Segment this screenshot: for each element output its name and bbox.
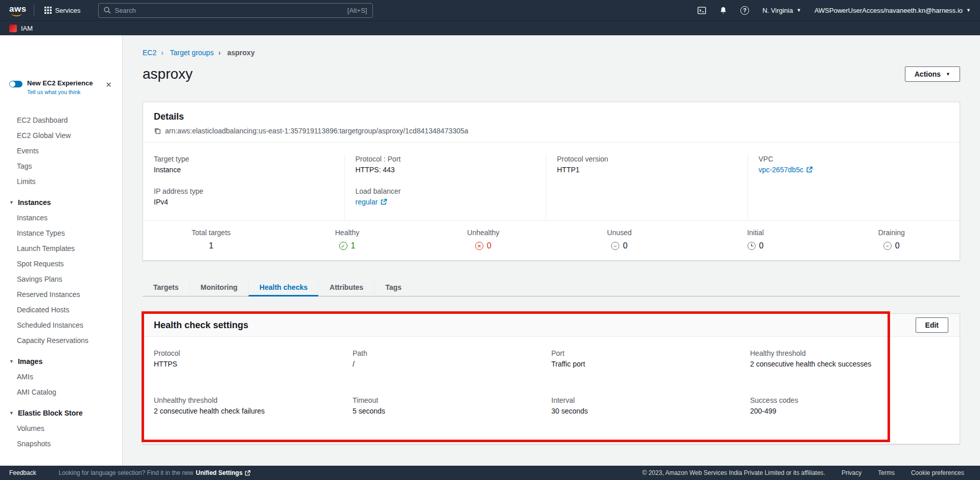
tab-label: Tags xyxy=(385,283,402,291)
global-search[interactable]: [Alt+S] xyxy=(98,3,373,18)
sidebar-item[interactable]: ▼ Limits xyxy=(0,174,122,189)
copy-icon[interactable] xyxy=(154,127,161,134)
section-caret-icon: ▼ xyxy=(9,200,14,205)
new-experience-banner: New EC2 Experience Tell us what you thin… xyxy=(9,79,113,95)
sidebar-item-label: Savings Plans xyxy=(17,275,62,283)
sidebar-item[interactable]: ▼ Spot Requests xyxy=(0,256,122,271)
tab[interactable]: Tags xyxy=(374,279,412,296)
field-hc-timeout: Timeout 5 seconds xyxy=(353,396,551,415)
sidebar-item[interactable]: ▼ EC2 Global View xyxy=(0,128,122,143)
field-load-balancer: Load balancer regular xyxy=(356,187,546,206)
load-balancer-link[interactable]: regular xyxy=(356,198,387,206)
details-title: Details xyxy=(154,111,949,122)
breadcrumb-item[interactable]: EC2 xyxy=(143,49,156,57)
sidebar-item[interactable]: ▼ Elastic Block Store xyxy=(0,405,122,421)
iam-shortcut[interactable]: IAM xyxy=(21,25,33,32)
sidebar-item[interactable]: ▼ Volumes xyxy=(0,421,122,436)
sidebar-item[interactable]: ▼ Snapshots xyxy=(0,436,122,451)
footer-links: Privacy Terms Cookie preferences xyxy=(842,469,964,476)
banner-feedback-link[interactable]: Tell us what you think xyxy=(27,89,93,95)
footer-right-group: © 2023, Amazon Web Services India Privat… xyxy=(642,469,964,476)
tab[interactable]: Health checks xyxy=(248,279,318,296)
sidebar-item-label: EC2 Dashboard xyxy=(17,116,68,124)
sidebar-item[interactable]: ▼ AMIs xyxy=(0,369,122,384)
sidebar-item[interactable]: ▼ AMI Catalog xyxy=(0,384,122,400)
target-status-summary: Total targets 1 Healthy 1 xyxy=(143,220,960,260)
stat-label: Draining xyxy=(824,228,960,237)
sidebar-item[interactable]: ▼ Instance Types xyxy=(0,225,122,241)
sidebar-item[interactable]: ▼ Capacity Reservations xyxy=(0,333,122,348)
footer-link[interactable]: Cookie preferences xyxy=(911,469,964,476)
close-icon[interactable]: ✕ xyxy=(105,80,112,89)
sidebar-item[interactable]: ▼ EC2 Dashboard xyxy=(0,112,122,128)
sidebar-item[interactable]: ▼ Savings Plans xyxy=(0,271,122,287)
status-icon xyxy=(339,242,347,250)
footer-link[interactable]: Terms xyxy=(878,469,895,476)
vpc-link[interactable]: vpc-2657db5c xyxy=(759,166,813,174)
stat-label: Initial xyxy=(687,228,823,237)
sidebar-item[interactable]: ▼ Scheduled Instances xyxy=(0,317,122,333)
footer-link[interactable]: Privacy xyxy=(842,469,861,476)
tab-bar: Targets Monitoring Health checks Attribu… xyxy=(143,279,960,296)
breadcrumb-item[interactable]: asproxy xyxy=(214,49,254,57)
sidebar-item[interactable]: ▼ Instances xyxy=(0,195,122,210)
details-card: Details arn:aws:elasticloadbalancing:us-… xyxy=(143,102,960,261)
tab[interactable]: Targets xyxy=(143,279,190,296)
new-experience-toggle[interactable] xyxy=(9,81,22,87)
details-column: VPC vpc-2657db5c xyxy=(748,155,949,219)
services-menu-button[interactable]: Services xyxy=(41,5,84,16)
sidebar-item-label: Instance Types xyxy=(17,229,65,237)
field-ip-address-type: IP address type IPv4 xyxy=(154,187,344,206)
section-caret-icon: ▼ xyxy=(9,410,14,416)
services-grid-icon xyxy=(44,7,52,14)
search-input[interactable] xyxy=(115,7,343,14)
cloudshell-icon[interactable] xyxy=(697,6,706,15)
edit-button[interactable]: Edit xyxy=(916,317,948,333)
status-stat: Unhealthy 0 xyxy=(415,221,551,260)
help-icon[interactable]: ? xyxy=(740,6,749,15)
details-column: Target type Instance IP address type IPv… xyxy=(154,155,344,219)
sidebar-item[interactable]: ▼ Images xyxy=(0,354,122,369)
sidebar-item[interactable]: ▼ Instances xyxy=(0,210,122,225)
actions-button[interactable]: Actions ▼ xyxy=(905,66,960,82)
breadcrumb-item[interactable]: Target groups xyxy=(156,49,214,57)
breadcrumb: EC2 Target groups asproxy xyxy=(143,49,960,57)
ec2-sidebar: New EC2 Experience Tell us what you thin… xyxy=(0,35,123,466)
tab[interactable]: Attributes xyxy=(318,279,374,296)
field-hc-interval: Interval 30 seconds xyxy=(551,396,750,415)
sidebar-item[interactable]: ▼ Events xyxy=(0,143,122,158)
region-selector[interactable]: N. Virginia ▼ xyxy=(762,7,801,14)
iam-service-icon xyxy=(9,25,17,32)
page-title: asproxy xyxy=(143,66,193,82)
status-stat: Total targets 1 xyxy=(143,221,279,260)
main-content: EC2 Target groups asproxy asproxy Action… xyxy=(123,35,980,466)
feedback-link[interactable]: Feedback xyxy=(9,469,36,476)
sidebar-item-label: Instances xyxy=(17,214,48,222)
sidebar-item[interactable]: ▼ Launch Templates xyxy=(0,241,122,256)
field-hc-healthy-threshold: Healthy threshold 2 consecutive health c… xyxy=(750,349,949,368)
field-hc-port: Port Traffic port xyxy=(551,349,750,368)
unified-settings-link[interactable]: Unified Settings xyxy=(196,469,250,476)
chevron-down-icon: ▼ xyxy=(966,8,971,13)
account-menu[interactable]: AWSPowerUserAccess/navaneeth.kn@harness.… xyxy=(814,7,971,14)
sidebar-item[interactable]: ▼ Dedicated Hosts xyxy=(0,302,122,317)
tab-label: Monitoring xyxy=(201,283,238,291)
tab-label: Health checks xyxy=(260,283,308,291)
tab[interactable]: Monitoring xyxy=(190,279,248,296)
topnav-right-group: ? N. Virginia ▼ AWSPowerUserAccess/navan… xyxy=(697,6,971,15)
sidebar-item[interactable]: ▼ Reserved Instances xyxy=(0,287,122,302)
notifications-bell-icon[interactable] xyxy=(719,7,727,14)
sidebar-item-label: Reserved Instances xyxy=(17,290,80,299)
field-hc-protocol: Protocol HTTPS xyxy=(154,349,353,368)
nav-divider xyxy=(34,5,34,16)
details-grid: Target type Instance IP address type IPv… xyxy=(143,143,960,220)
sidebar-item-label: Events xyxy=(17,147,39,155)
health-check-grid: Protocol HTTPS Path / Port Traffic port … xyxy=(143,337,960,444)
sidebar-item[interactable]: ▼ Tags xyxy=(0,158,122,174)
field-protocol-port: Protocol : Port HTTPS: 443 xyxy=(356,155,546,174)
stat-label: Healthy xyxy=(279,228,415,237)
aws-logo[interactable]: aws xyxy=(9,4,27,16)
section-caret-icon: ▼ xyxy=(9,359,14,364)
tab-label: Targets xyxy=(153,283,179,291)
status-icon xyxy=(883,242,892,250)
